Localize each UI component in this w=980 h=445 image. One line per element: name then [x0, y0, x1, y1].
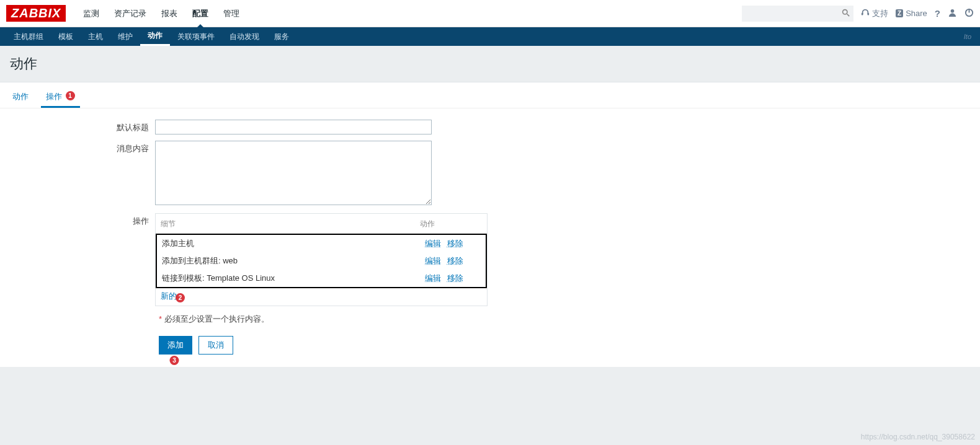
operations-field: 细节 动作 添加主机 编辑 移除 添加到主机群组: web [155, 213, 488, 306]
remove-link[interactable]: 移除 [447, 239, 463, 248]
ops-header-action: 动作 [420, 219, 482, 229]
message-field [155, 141, 432, 207]
message-label: 消息内容 [0, 141, 155, 154]
required-asterisk: * [159, 314, 162, 324]
page-header: 动作 [0, 46, 980, 82]
sub-menu-services[interactable]: 服务 [267, 27, 296, 46]
annotation-badge-1: 1 [66, 91, 75, 100]
user-icon[interactable] [948, 8, 957, 19]
sub-menu-templates[interactable]: 模板 [51, 27, 81, 46]
hint-row: *必须至少设置一个执行内容。 [159, 314, 980, 325]
default-subject-input[interactable] [155, 120, 432, 134]
remove-link[interactable]: 移除 [447, 256, 463, 265]
row-message: 消息内容 [0, 141, 980, 207]
sub-menu-actions[interactable]: 动作 [140, 27, 170, 46]
share-badge-icon: Z [896, 9, 903, 17]
hint-text: 必须至少设置一个执行内容。 [164, 314, 269, 324]
ops-actions: 编辑 移除 [425, 238, 481, 249]
sub-menu-hostgroups[interactable]: 主机群组 [6, 27, 51, 46]
svg-point-4 [951, 9, 955, 12]
ops-row: 链接到模板: Template OS Linux 编辑 移除 [157, 270, 486, 287]
form-area: 默认标题 消息内容 操作 细节 动作 [0, 108, 980, 367]
ops-detail: 添加主机 [162, 238, 425, 249]
add-button[interactable]: 添加 [159, 336, 192, 355]
edit-link[interactable]: 编辑 [425, 239, 441, 248]
svg-line-1 [847, 14, 850, 16]
top-right: 支持 Z Share ? [742, 6, 974, 22]
edit-link[interactable]: 编辑 [425, 273, 441, 283]
ops-header: 细节 动作 [156, 214, 487, 234]
remove-link[interactable]: 移除 [447, 273, 463, 283]
help-icon[interactable]: ? [935, 8, 940, 19]
share-link[interactable]: Z Share [896, 9, 927, 18]
content-panel: 动作 操作 1 默认标题 消息内容 操作 细节 [0, 82, 980, 367]
default-subject-label: 默认标题 [0, 120, 155, 133]
headset-icon [861, 8, 870, 19]
sub-menu-hosts[interactable]: 主机 [81, 27, 110, 46]
top-menu-configuration[interactable]: 配置 [185, 0, 216, 27]
tab-operations[interactable]: 操作 1 [41, 87, 80, 108]
search-wrap [742, 6, 853, 22]
message-textarea[interactable] [155, 141, 432, 205]
tab-action[interactable]: 动作 [7, 87, 33, 108]
edit-link[interactable]: 编辑 [425, 256, 441, 265]
top-menu-monitoring[interactable]: 监测 [76, 0, 107, 27]
annotation-badge-3: 3 [170, 356, 179, 365]
svg-rect-2 [862, 13, 863, 15]
row-operations: 操作 细节 动作 添加主机 编辑 移除 [0, 213, 980, 306]
row-default-subject: 默认标题 [0, 120, 980, 134]
sub-menu-discovery[interactable]: 自动发现 [222, 27, 267, 46]
svg-point-0 [843, 9, 847, 14]
sub-menu-maintenance[interactable]: 维护 [110, 27, 140, 46]
new-operation-link[interactable]: 新的 [161, 291, 177, 301]
sub-right-text: Ito [964, 33, 974, 40]
search-input[interactable] [742, 6, 853, 22]
tab-operations-label: 操作 [46, 92, 62, 101]
ops-actions: 编辑 移除 [425, 255, 481, 267]
top-nav: ZABBIX 监测 资产记录 报表 配置 管理 支持 Z Share ? [0, 0, 980, 27]
ops-actions: 编辑 移除 [425, 273, 481, 284]
cancel-button[interactable]: 取消 [198, 336, 233, 355]
ops-row: 添加主机 编辑 移除 [157, 235, 486, 252]
ops-detail: 链接到模板: Template OS Linux [162, 273, 425, 284]
add-button-wrap: 添加 3 [159, 336, 192, 355]
top-menu-administration[interactable]: 管理 [216, 0, 247, 27]
tabs: 动作 操作 1 [0, 82, 980, 108]
top-menu-inventory[interactable]: 资产记录 [107, 0, 154, 27]
svg-rect-3 [868, 13, 870, 15]
annotation-badge-2: 2 [176, 293, 185, 302]
operations-label: 操作 [0, 213, 155, 227]
operations-box: 细节 动作 添加主机 编辑 移除 添加到主机群组: web [155, 213, 488, 306]
share-label: Share [906, 9, 927, 18]
ops-detail: 添加到主机群组: web [162, 255, 425, 267]
search-icon[interactable] [842, 9, 850, 19]
support-link[interactable]: 支持 [861, 8, 888, 19]
power-icon[interactable] [964, 8, 974, 19]
sub-menu-correlation[interactable]: 关联项事件 [170, 27, 222, 46]
page-title: 动作 [10, 55, 970, 73]
button-row: 添加 3 取消 [159, 336, 980, 355]
logo[interactable]: ZABBIX [6, 5, 66, 22]
ops-row: 添加到主机群组: web 编辑 移除 [157, 252, 486, 270]
ops-body: 添加主机 编辑 移除 添加到主机群组: web 编辑 移除 [156, 234, 487, 288]
top-menu: 监测 资产记录 报表 配置 管理 [76, 0, 742, 27]
top-menu-reports[interactable]: 报表 [154, 0, 185, 27]
ops-header-detail: 细节 [161, 219, 420, 229]
default-subject-field [155, 120, 432, 134]
new-link-row: 新的2 [156, 288, 487, 306]
sub-nav: 主机群组 模板 主机 维护 动作 关联项事件 自动发现 服务 Ito [0, 27, 980, 46]
support-label: 支持 [872, 8, 888, 19]
